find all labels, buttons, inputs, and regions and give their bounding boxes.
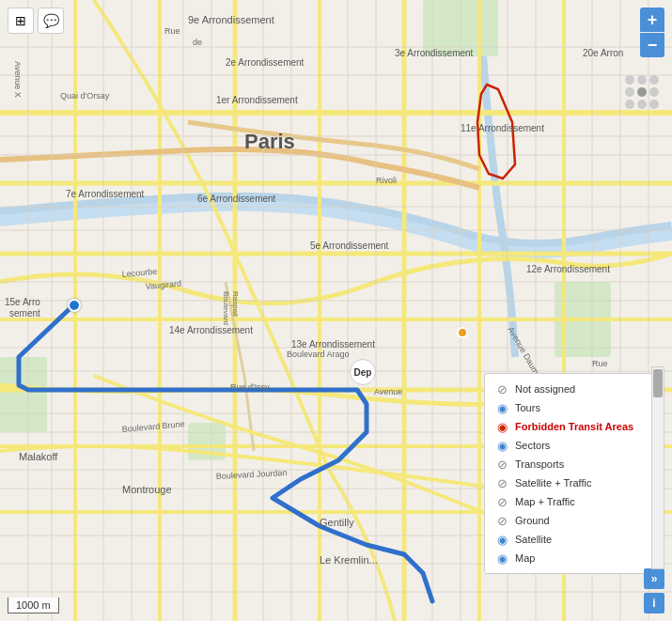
- bottom-right-controls: » i: [644, 568, 664, 613]
- nav-dot-bl: [625, 100, 634, 109]
- zoom-out-button[interactable]: −: [640, 33, 664, 57]
- svg-text:Rivoli: Rivoli: [376, 176, 397, 185]
- svg-text:Le Kremlin...: Le Kremlin...: [320, 554, 378, 566]
- scale-label: 1000 m: [16, 599, 51, 611]
- nav-dot-bc[interactable]: [637, 100, 647, 109]
- svg-text:12e Arrondissement: 12e Arrondissement: [526, 264, 610, 274]
- zoom-controls: + −: [640, 8, 664, 57]
- svg-text:14e Arrondissement: 14e Arrondissement: [169, 325, 253, 335]
- legend-label-map-traffic: Map + Traffic: [515, 496, 575, 507]
- legend-icon-not-assigned: ⊘: [494, 381, 509, 396]
- arrow-icon: »: [651, 572, 658, 585]
- toolbar: ⊞ 💬: [8, 8, 64, 34]
- bottom-bar: 1000 m: [8, 598, 59, 613]
- svg-text:Rue: Rue: [164, 26, 180, 36]
- svg-text:sement: sement: [9, 308, 40, 318]
- dep-label: Dep: [350, 359, 376, 385]
- legend-icon-forbidden: ◉: [494, 419, 509, 434]
- legend-item-transports[interactable]: ⊘ Transports: [494, 455, 643, 474]
- legend-icon-map: ◉: [494, 551, 509, 566]
- legend-item-ground[interactable]: ⊘ Ground: [494, 511, 643, 530]
- legend-label-satellite: Satellite: [515, 534, 552, 545]
- legend-icon-ground: ⊘: [494, 513, 509, 528]
- legend-label-sectors: Sectors: [515, 440, 550, 451]
- svg-text:Gentilly: Gentilly: [320, 517, 354, 528]
- nav-dot-tr: [649, 75, 659, 85]
- nav-dot-mr[interactable]: [649, 87, 659, 97]
- svg-text:de: de: [193, 38, 202, 47]
- legend-item-forbidden[interactable]: ◉ Forbidden Transit Areas: [494, 417, 643, 436]
- svg-text:Raspail: Raspail: [231, 291, 240, 317]
- legend-item-map-traffic[interactable]: ⊘ Map + Traffic: [494, 492, 643, 511]
- chat-button[interactable]: 💬: [38, 8, 64, 34]
- legend-item-tours[interactable]: ◉ Tours: [494, 398, 643, 417]
- legend-item-sectors[interactable]: ◉ Sectors: [494, 436, 643, 455]
- svg-text:Paris: Paris: [244, 130, 295, 153]
- legend-label-tours: Tours: [515, 402, 540, 413]
- legend-item-map[interactable]: ◉ Map: [494, 549, 643, 567]
- legend-icon-transports: ⊘: [494, 457, 509, 472]
- legend-label-not-assigned: Not assigned: [515, 383, 575, 395]
- svg-text:1er Arrondissement: 1er Arrondissement: [216, 95, 298, 105]
- svg-text:Boulevard  Arago: Boulevard Arago: [287, 349, 350, 359]
- location-marker: [68, 299, 81, 312]
- svg-text:Malakoff: Malakoff: [19, 451, 58, 462]
- nav-dot-ml[interactable]: [625, 87, 634, 97]
- chat-icon: 💬: [43, 13, 59, 28]
- svg-text:15e Arro: 15e Arro: [5, 297, 40, 307]
- svg-rect-1: [0, 357, 47, 432]
- legend-icon-satellite: ◉: [494, 532, 509, 547]
- grid-icon: ⊞: [15, 13, 26, 28]
- svg-text:Montrouge: Montrouge: [122, 484, 172, 495]
- svg-text:Rue: Rue: [592, 359, 608, 368]
- nav-dot-br: [649, 100, 659, 109]
- expand-button[interactable]: »: [644, 568, 664, 589]
- svg-text:Rue d'Issy: Rue d'Issy: [230, 382, 270, 392]
- grid-button[interactable]: ⊞: [8, 8, 34, 34]
- destination-marker: [457, 327, 468, 338]
- legend-icon-satellite-traffic: ⊘: [494, 475, 509, 490]
- legend-icon-map-traffic: ⊘: [494, 494, 509, 509]
- legend-icon-sectors: ◉: [494, 438, 509, 453]
- svg-text:2e Arrondissement: 2e Arrondissement: [226, 57, 305, 68]
- legend-label-ground: Ground: [515, 515, 550, 526]
- legend-label-satellite-traffic: Satellite + Traffic: [515, 477, 591, 489]
- svg-text:Quai d'Orsay: Quai d'Orsay: [60, 91, 110, 101]
- legend-item-satellite[interactable]: ◉ Satellite: [494, 530, 643, 549]
- svg-text:Avenue: Avenue: [374, 387, 402, 396]
- legend-item-satellite-traffic[interactable]: ⊘ Satellite + Traffic: [494, 474, 643, 492]
- svg-text:Avenue X: Avenue X: [13, 61, 23, 98]
- legend-label-map: Map: [515, 552, 535, 564]
- legend-label-transports: Transports: [515, 458, 564, 470]
- legend-label-forbidden: Forbidden Transit Areas: [515, 421, 633, 432]
- svg-text:3e Arrondissement: 3e Arrondissement: [395, 48, 474, 58]
- svg-text:13e Arrondissement: 13e Arrondissement: [291, 339, 375, 349]
- legend-panel: ⊘ Not assigned ◉ Tours ◉ Forbidden Trans…: [484, 373, 653, 574]
- nav-dot-tl: [625, 75, 634, 85]
- svg-text:5e Arrondissement: 5e Arrondissement: [310, 241, 389, 251]
- info-button[interactable]: i: [644, 593, 664, 613]
- legend-item-not-assigned[interactable]: ⊘ Not assigned: [494, 380, 643, 398]
- svg-text:Boulevard: Boulevard: [222, 291, 230, 325]
- nav-dot-center: [637, 87, 647, 97]
- svg-text:11e Arrondissement: 11e Arrondissement: [461, 123, 544, 133]
- svg-text:9e Arrondissement: 9e Arrondissement: [188, 14, 274, 25]
- legend-scrollbar[interactable]: [651, 366, 664, 569]
- zoom-in-button[interactable]: +: [640, 8, 664, 32]
- svg-text:20e Arron: 20e Arron: [583, 48, 623, 58]
- nav-dot-tc[interactable]: [637, 75, 647, 85]
- nav-dots: [625, 75, 663, 113]
- info-icon: i: [652, 597, 655, 610]
- map-container: 9e Arrondissement 2e Arrondissement 3e A…: [0, 0, 672, 621]
- svg-text:7e Arrondissement: 7e Arrondissement: [66, 189, 145, 199]
- legend-icon-tours: ◉: [494, 400, 509, 415]
- scale-bar: 1000 m: [8, 598, 59, 613]
- legend-scroll-thumb: [653, 369, 663, 397]
- svg-text:6e Arrondissement: 6e Arrondissement: [197, 194, 276, 204]
